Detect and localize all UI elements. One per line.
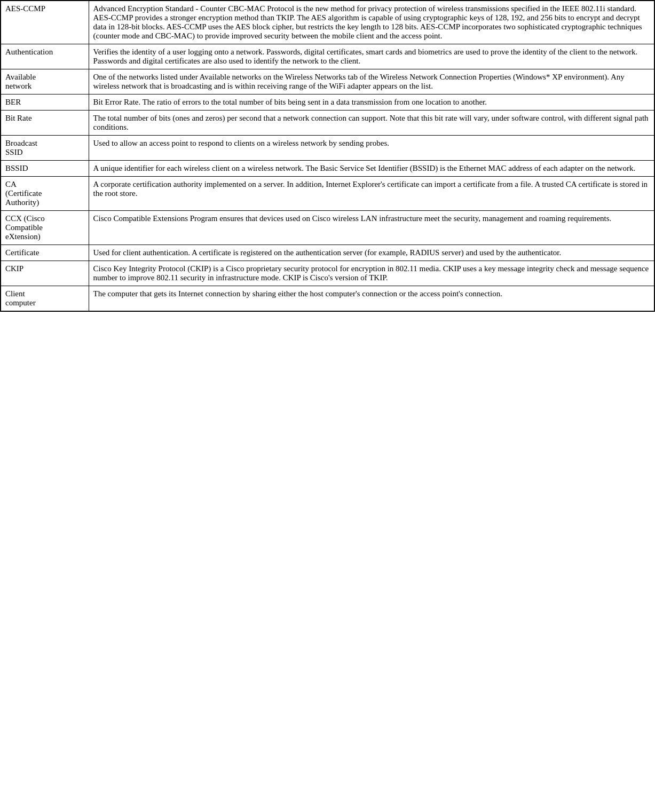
definition-cell: Verifies the identity of a user logging … <box>89 44 654 69</box>
term-cell: Bit Rate <box>1 111 89 136</box>
definition-cell: Cisco Compatible Extensions Program ensu… <box>89 211 654 245</box>
table-row: Bit RateThe total number of bits (ones a… <box>1 111 654 136</box>
definition-cell: Cisco Key Integrity Protocol (CKIP) is a… <box>89 261 654 286</box>
glossary-table: AES-CCMPAdvanced Encryption Standard - C… <box>0 0 655 312</box>
definition-cell: One of the networks listed under Availab… <box>89 69 654 94</box>
term-cell: Available network <box>1 69 89 94</box>
table-row: CA (Certificate Authority)A corporate ce… <box>1 177 654 211</box>
term-cell: Authentication <box>1 44 89 69</box>
table-row: AuthenticationVerifies the identity of a… <box>1 44 654 69</box>
term-cell: Broadcast SSID <box>1 136 89 161</box>
term-cell: Client computer <box>1 286 89 312</box>
table-row: CertificateUsed for client authenticatio… <box>1 245 654 261</box>
table-row: AES-CCMPAdvanced Encryption Standard - C… <box>1 1 654 44</box>
definition-cell: Advanced Encryption Standard - Counter C… <box>89 1 654 44</box>
definition-cell: The total number of bits (ones and zeros… <box>89 111 654 136</box>
definition-cell: Used for client authentication. A certif… <box>89 245 654 261</box>
term-cell: AES-CCMP <box>1 1 89 44</box>
table-row: Broadcast SSIDUsed to allow an access po… <box>1 136 654 161</box>
term-cell: Certificate <box>1 245 89 261</box>
definition-cell: The computer that gets its Internet conn… <box>89 286 654 312</box>
term-cell: CA (Certificate Authority) <box>1 177 89 211</box>
table-row: CKIPCisco Key Integrity Protocol (CKIP) … <box>1 261 654 286</box>
definition-cell: Bit Error Rate. The ratio of errors to t… <box>89 94 654 111</box>
table-row: BSSIDA unique identifier for each wirele… <box>1 161 654 177</box>
term-cell: BER <box>1 94 89 111</box>
term-cell: BSSID <box>1 161 89 177</box>
term-cell: CKIP <box>1 261 89 286</box>
definition-cell: A corporate certification authority impl… <box>89 177 654 211</box>
table-row: Available networkOne of the networks lis… <box>1 69 654 94</box>
definition-cell: A unique identifier for each wireless cl… <box>89 161 654 177</box>
table-row: CCX (Cisco Compatible eXtension)Cisco Co… <box>1 211 654 245</box>
term-cell: CCX (Cisco Compatible eXtension) <box>1 211 89 245</box>
table-row: BERBit Error Rate. The ratio of errors t… <box>1 94 654 111</box>
table-row: Client computerThe computer that gets it… <box>1 286 654 312</box>
definition-cell: Used to allow an access point to respond… <box>89 136 654 161</box>
